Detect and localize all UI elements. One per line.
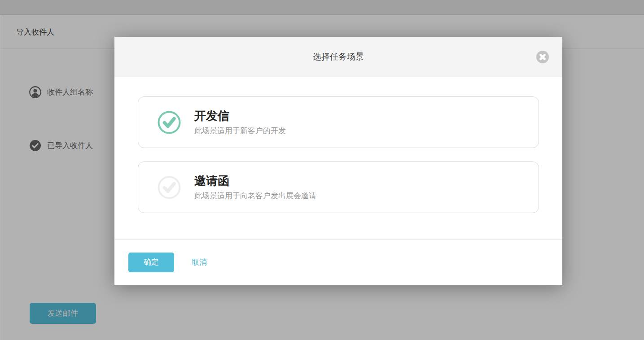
confirm-button[interactable]: 确定 xyxy=(128,253,174,272)
option-card-invitation-letter[interactable]: 邀请函 此场景适用于向老客户发出展会邀请 xyxy=(138,161,539,213)
option-desc: 此场景适用于向老客户发出展会邀请 xyxy=(194,191,316,201)
close-button[interactable] xyxy=(536,51,549,63)
close-icon xyxy=(536,51,549,63)
option-title: 邀请函 xyxy=(194,174,316,188)
option-desc: 此场景适用于新客户的开发 xyxy=(194,126,286,136)
option-card-development-letter[interactable]: 开发信 此场景适用于新客户的开发 xyxy=(138,96,539,148)
task-scene-modal: 选择任务场景 开发信 此场景适用于新客户的开发 xyxy=(114,37,562,285)
modal-title: 选择任务场景 xyxy=(313,51,364,63)
modal-header: 选择任务场景 xyxy=(114,37,562,77)
option-title: 开发信 xyxy=(194,109,286,123)
modal-body: 开发信 此场景适用于新客户的开发 邀请函 此场景适用于向老客户发出展会邀请 xyxy=(114,77,562,213)
check-circle-ring-icon xyxy=(158,111,181,134)
modal-footer: 确定 取消 xyxy=(114,239,562,285)
cancel-link[interactable]: 取消 xyxy=(192,257,207,267)
option-text: 邀请函 此场景适用于向老客户发出展会邀请 xyxy=(194,174,316,201)
option-text: 开发信 此场景适用于新客户的开发 xyxy=(194,109,286,136)
check-circle-ring-icon xyxy=(158,176,181,199)
